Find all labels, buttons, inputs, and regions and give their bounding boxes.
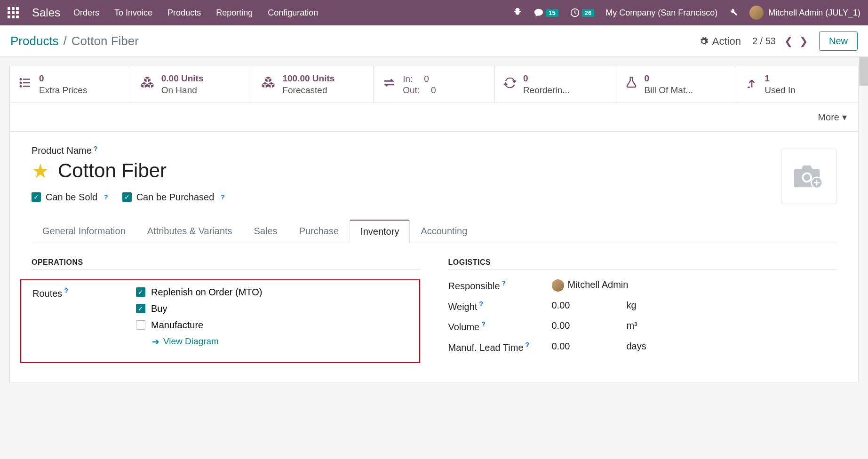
weight-unit: kg [626,300,636,311]
pager-prev[interactable]: ❮ [784,35,793,47]
help-icon[interactable]: ? [479,300,483,308]
more-button[interactable]: More ▾ [818,111,847,123]
svg-point-8 [804,174,810,181]
avatar-icon [749,6,764,20]
company-selector[interactable]: My Company (San Francisco) [605,8,717,18]
messages-icon[interactable]: 15 [534,8,558,18]
apps-icon[interactable] [8,7,19,18]
tab-sales[interactable]: Sales [243,220,288,243]
refresh-icon [503,76,517,93]
routes-highlight: Routes? ✓Replenish on Order (MTO) ✓Buy M… [20,279,420,363]
nav-orders[interactable]: Orders [73,8,99,18]
help-icon[interactable]: ? [104,193,108,201]
route-mto-checkbox[interactable]: ✓ [136,287,145,297]
lead-time-label: Manuf. Lead Time [448,342,524,353]
product-header: Product Name? ★ Cotton Fiber ✓ Can be So… [10,132,858,209]
flask-icon [625,76,638,93]
logistics-title: LOGISTICS [448,258,837,270]
action-menu[interactable]: Action [699,35,741,47]
can-be-sold-label: Can be Sold [46,192,97,203]
scrollbar[interactable] [860,57,868,86]
tab-general[interactable]: General Information [32,220,136,243]
stat-used-in[interactable]: 1Used In [737,66,858,103]
route-mto-label: Replenish on Order (MTO) [151,287,262,298]
pager-next[interactable]: ❯ [799,35,808,47]
nav-configuration[interactable]: Configuration [268,8,318,18]
help-icon[interactable]: ? [481,320,486,328]
avatar-icon [552,279,564,292]
tab-inventory[interactable]: Inventory [350,220,410,243]
tab-purchase[interactable]: Purchase [288,220,350,243]
cubes-icon [261,75,276,94]
lead-time-unit: days [626,341,646,352]
messages-badge: 15 [546,9,558,17]
route-buy-label: Buy [151,303,167,314]
activities-badge: 26 [582,9,594,17]
cubes-icon [140,75,155,94]
app-title[interactable]: Sales [32,6,60,19]
breadcrumb: Products / Cotton Fiber [10,34,139,48]
user-name: Mitchell Admin (JULY_1) [768,8,860,18]
view-diagram-link[interactable]: ➔View Diagram [152,336,262,347]
route-manufacture-checkbox[interactable] [136,320,145,330]
camera-icon [790,160,828,193]
stat-on-hand[interactable]: 0.00 UnitsOn Hand [131,66,253,103]
stat-reordering[interactable]: 0Reorderin... [495,66,616,103]
product-name-input[interactable]: Cotton Fiber [58,159,167,182]
responsible-field[interactable]: Mitchell Admin [552,279,837,292]
activities-icon[interactable]: 26 [570,8,594,18]
form-sheet: 0Extra Prices 0.00 UnitsOn Hand 100.00 U… [9,66,859,382]
volume-unit: m³ [626,320,637,331]
help-icon[interactable]: ? [94,145,98,152]
tools-icon[interactable] [729,7,738,19]
stat-in-out[interactable]: In:0 Out:0 [374,66,495,103]
breadcrumb-current: Cotton Fiber [72,34,139,48]
product-name-label: Product Name [32,146,92,156]
favorite-star[interactable]: ★ [32,159,49,182]
control-bar: Products / Cotton Fiber Action 2 / 53 ❮ … [0,25,868,57]
stat-buttons: 0Extra Prices 0.00 UnitsOn Hand 100.00 U… [10,66,858,103]
help-icon[interactable]: ? [502,279,506,287]
help-icon[interactable]: ? [221,193,225,201]
lead-time-input[interactable]: 0.00 [552,341,570,352]
can-be-sold-checkbox[interactable]: ✓ [32,192,41,202]
arrow-right-icon: ➔ [152,336,159,347]
help-icon[interactable]: ? [526,341,530,348]
pager: 2 / 53 ❮ ❯ [752,35,808,47]
svg-point-5 [20,86,22,87]
new-button[interactable]: New [819,32,858,51]
tabs: General Information Attributes & Variant… [10,220,858,243]
weight-input[interactable]: 0.00 [552,300,570,311]
product-image[interactable] [781,149,836,204]
breadcrumb-products[interactable]: Products [10,34,59,48]
route-buy-checkbox[interactable]: ✓ [136,304,145,313]
stat-bom[interactable]: 0Bill Of Mat... [616,66,738,103]
transfer-icon [382,76,396,93]
user-menu[interactable]: Mitchell Admin (JULY_1) [749,6,860,20]
routes-label: Routes [32,288,62,298]
responsible-label: Responsible [448,280,500,291]
can-be-purchased-checkbox[interactable]: ✓ [122,192,132,202]
nav-products[interactable]: Products [167,8,201,18]
gear-icon [699,37,709,46]
stat-extra-prices[interactable]: 0Extra Prices [10,66,131,103]
bug-icon[interactable] [513,7,522,19]
topbar: Sales Orders To Invoice Products Reporti… [0,0,868,25]
svg-point-3 [20,82,22,84]
svg-point-1 [20,79,22,80]
tab-attributes[interactable]: Attributes & Variants [136,220,243,243]
weight-label: Weight [448,301,478,311]
arrow-up-icon [746,77,758,93]
operations-title: OPERATIONS [32,258,420,270]
tab-accounting[interactable]: Accounting [410,220,478,243]
volume-input[interactable]: 0.00 [552,320,570,331]
nav-to-invoice[interactable]: To Invoice [114,8,152,18]
pager-text[interactable]: 2 / 53 [752,36,776,47]
can-be-purchased-label: Can be Purchased [136,192,215,203]
help-icon[interactable]: ? [64,287,68,294]
route-manufacture-label: Manufacture [151,320,203,331]
nav-reporting[interactable]: Reporting [216,8,253,18]
stat-forecasted[interactable]: 100.00 UnitsForecasted [252,66,374,103]
list-icon [18,76,32,93]
caret-down-icon: ▾ [842,111,847,123]
